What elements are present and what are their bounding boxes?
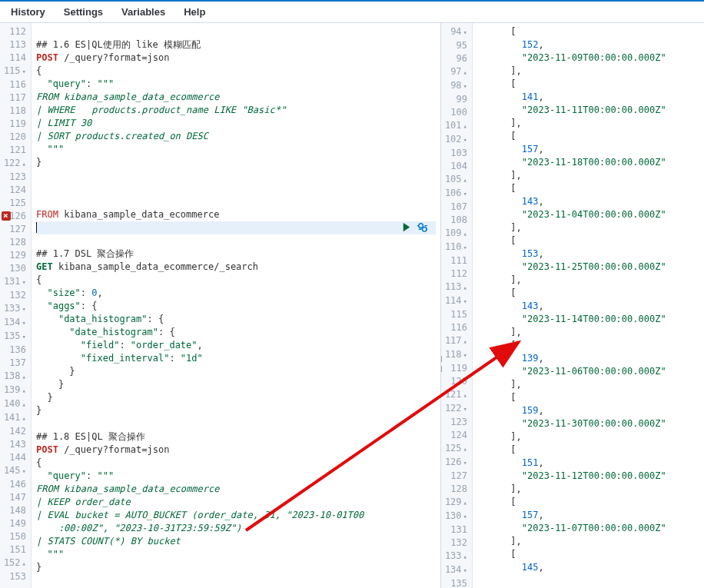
request-code[interactable]: ## 1.6 ES|QL使用的 like 模糊匹配POST /_query?fo… xyxy=(32,23,440,588)
run-icon[interactable] xyxy=(400,221,412,233)
response-code: [ 152, "2023-11-09T00:00:00.000Z" ], [ 1… xyxy=(473,23,704,588)
menu-bar: History Settings Variables Help xyxy=(0,2,704,23)
settings-icon[interactable] xyxy=(417,221,428,233)
response-viewer[interactable]: 94▾959697▴98▾99100101▴102▾103104105▴106▾… xyxy=(441,23,704,588)
request-editor[interactable]: 112113114115▾116117118119120121122▴12312… xyxy=(0,23,441,588)
svg-point-0 xyxy=(419,224,423,228)
menu-history[interactable]: History xyxy=(11,6,45,18)
menu-variables[interactable]: Variables xyxy=(121,6,165,18)
menu-help[interactable]: Help xyxy=(184,6,205,18)
response-gutter: 94▾959697▴98▾99100101▴102▾103104105▴106▾… xyxy=(441,23,473,588)
menu-settings[interactable]: Settings xyxy=(64,6,103,18)
request-gutter: 112113114115▾116117118119120121122▴12312… xyxy=(0,23,32,588)
